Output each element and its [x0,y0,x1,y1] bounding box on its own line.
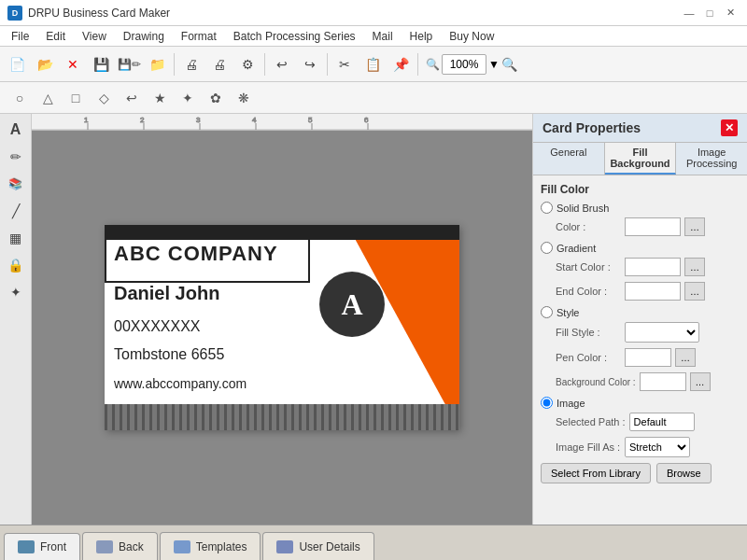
bg-color-box[interactable] [640,372,686,391]
cut-button[interactable]: ✂ [331,51,358,77]
menu-file[interactable]: File [4,28,36,45]
gradient-radio[interactable] [541,242,553,254]
svg-rect-0 [32,114,532,131]
bg-color-picker[interactable]: … [690,372,711,391]
prop-title: Card Properties [543,120,641,135]
pen-color-picker[interactable]: … [675,348,696,367]
shape-star6[interactable]: ✦ [176,86,200,110]
undo-button[interactable]: ↩ [269,51,295,77]
shape-diamond[interactable]: ◇ [92,86,116,110]
start-color-row: Start Color : … [541,258,740,276]
settings-button[interactable]: ⚙ [234,51,261,77]
zoom-in-button[interactable]: 🔍 [501,57,517,72]
menu-buynow[interactable]: Buy Now [442,28,501,45]
prop-tab-imgproc[interactable]: Image Processing [676,143,747,175]
image-label: Image [557,398,585,409]
print-button[interactable]: 🖨 [178,51,204,77]
shape-arrow[interactable]: ↩ [120,86,144,110]
start-color-picker[interactable]: … [684,258,705,276]
color-box[interactable] [625,217,681,236]
svg-text:1: 1 [84,116,89,124]
color-label: Color : [556,221,621,232]
card-designer-text: Designer [362,381,431,402]
text-tool[interactable]: A [4,118,28,142]
print2-button[interactable]: 🖨 [206,51,233,77]
properties-panel: Card Properties ✕ General Fill Backgroun… [532,114,747,525]
copy-button[interactable]: 📋 [359,51,386,77]
redo-button[interactable]: ↪ [297,51,323,77]
menu-drawing[interactable]: Drawing [116,28,172,45]
svg-text:2: 2 [140,116,145,124]
menu-mail[interactable]: Mail [365,28,401,45]
end-color-picker[interactable]: … [684,282,705,301]
fill-style-select[interactable] [625,322,699,343]
card-person-name: Daniel John [114,283,219,304]
canvas-content: ABC COMPANY A Daniel John 00XXXXXXX Tomb… [32,131,532,525]
fill-as-select[interactable]: Stretch Tile Center [625,437,690,457]
svg-text:4: 4 [252,116,257,124]
style-radio[interactable] [541,306,553,318]
paste-button[interactable]: 📌 [388,51,414,77]
prop-tab-fillbg[interactable]: Fill Background [605,143,677,175]
tab-user-details[interactable]: User Details [262,532,374,560]
sep3 [327,53,328,76]
prop-tab-general[interactable]: General [533,143,605,175]
image-radio[interactable] [541,397,553,409]
minimize-button[interactable]: — [680,5,698,21]
menu-edit[interactable]: Edit [38,28,73,45]
maximize-button[interactable]: □ [700,5,719,21]
prop-close-button[interactable]: ✕ [721,119,738,136]
zoom-input[interactable] [442,54,486,75]
tab-front[interactable]: Front [4,533,80,560]
shape-flower[interactable]: ✿ [204,86,228,110]
svg-text:5: 5 [308,116,313,124]
shape-circle[interactable]: ○ [7,86,32,110]
color-picker-button[interactable]: … [684,217,705,236]
start-color-box[interactable] [625,258,681,276]
fill-color-title: Fill Color [541,183,740,196]
open-button[interactable]: 📂 [32,51,58,77]
tab-back[interactable]: Back [82,532,158,560]
browse-button[interactable]: Browse [656,463,712,483]
select-from-library-button[interactable]: Select From Library [541,463,651,483]
menu-help[interactable]: Help [402,28,441,45]
save-as-button[interactable]: 💾✏ [116,51,142,77]
library-tool[interactable]: 📚 [4,172,28,196]
business-card[interactable]: ABC COMPANY A Daniel John 00XXXXXXX Tomb… [105,225,459,430]
selected-path-row: Selected Path : [541,413,740,431]
end-color-box[interactable] [625,282,681,301]
new-button[interactable]: 📄 [4,51,30,77]
special-tool[interactable]: ✦ [4,280,28,304]
menubar: File Edit View Drawing Format Batch Proc… [0,26,747,47]
solid-brush-radio[interactable] [541,202,553,214]
bg-color-row: Background Color : … [541,372,740,391]
card-address: Tombstone 6655 [114,346,224,363]
menu-view[interactable]: View [75,28,114,45]
line-tool[interactable]: ╱ [4,199,28,223]
pen-color-box[interactable] [625,348,671,367]
selected-path-input[interactable] [629,413,695,431]
shape-rect[interactable]: □ [63,86,88,110]
shape-starburst[interactable]: ❋ [232,86,256,110]
titlebar-controls[interactable]: — □ ✕ [680,5,740,21]
menu-format[interactable]: Format [174,28,224,45]
folder-button[interactable]: 📁 [144,51,170,77]
zoom-dropdown[interactable]: ▼ [488,58,500,71]
fill-style-row: Fill Style : [541,322,740,343]
draw-tool[interactable]: ✏ [4,145,28,169]
image-row: Image [541,397,740,409]
shape-star5[interactable]: ★ [148,86,172,110]
shape-triangle[interactable]: △ [35,86,60,110]
tab-templates[interactable]: Templates [160,532,261,560]
zoom-out-button[interactable]: 🔍 [426,58,440,71]
close-doc-button[interactable]: ✕ [60,51,86,77]
tab-back-label: Back [119,540,144,553]
fill-as-label: Image Fill As : [556,441,621,453]
card-logo-letter: A [341,287,362,322]
menu-batch[interactable]: Batch Processing Series [226,28,363,45]
grid-tool[interactable]: ▦ [4,226,28,250]
close-button[interactable]: ✕ [721,5,740,21]
lock-tool[interactable]: 🔒 [4,253,28,277]
zoom-box: 🔍 ▼ 🔍 [426,54,517,75]
save-button[interactable]: 💾 [88,51,114,77]
